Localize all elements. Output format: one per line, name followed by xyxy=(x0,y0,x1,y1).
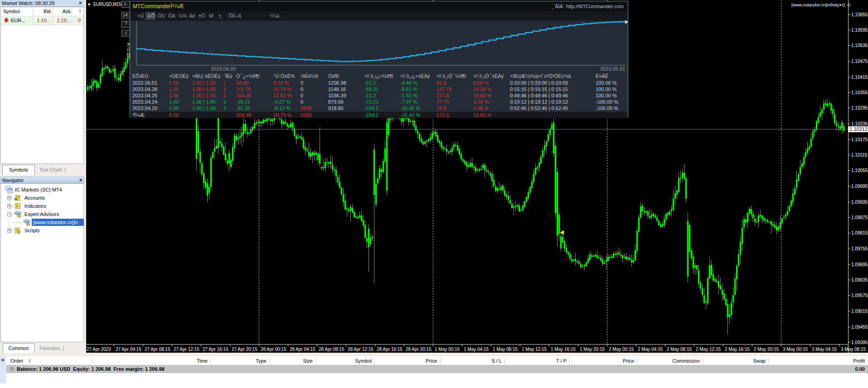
svg-text:1 May 16:15: 1 May 16:15 xyxy=(551,347,576,352)
svg-text:1.09575: 1.09575 xyxy=(851,293,868,298)
svg-text:28 Apr 12:15: 28 Apr 12:15 xyxy=(348,347,373,352)
svg-text:1.09815: 1.09815 xyxy=(851,230,868,235)
svg-text:1.10295: 1.10295 xyxy=(851,105,868,110)
svg-text:1.10595: 1.10595 xyxy=(851,28,868,33)
svg-text:27 Apr 04:15: 27 Apr 04:15 xyxy=(116,347,141,352)
svg-text:1.10655: 1.10655 xyxy=(851,12,868,17)
svg-text:1.10475: 1.10475 xyxy=(851,59,868,64)
svg-text:1 May 08:15: 1 May 08:15 xyxy=(493,347,518,352)
svg-text:27 Apr 16:15: 27 Apr 16:15 xyxy=(203,347,228,352)
svg-text:28 Apr 16:15: 28 Apr 16:15 xyxy=(377,347,402,352)
svg-text:2 May 12:15: 2 May 12:15 xyxy=(696,347,721,352)
svg-text:3 May 08:15: 3 May 08:15 xyxy=(841,347,866,352)
svg-text:2 May 08:15: 2 May 08:15 xyxy=(667,347,692,352)
svg-text:27 Apr 08:15: 27 Apr 08:15 xyxy=(145,347,170,352)
svg-text:1.10055: 1.10055 xyxy=(851,168,868,173)
svg-text:27 Apr 12:15: 27 Apr 12:15 xyxy=(174,347,199,352)
svg-text:1.10115: 1.10115 xyxy=(851,153,868,158)
svg-text:2 May 04:15: 2 May 04:15 xyxy=(638,347,663,352)
svg-text:1 May 00:15: 1 May 00:15 xyxy=(435,347,460,352)
svg-text:2 May 20:15: 2 May 20:15 xyxy=(754,347,779,352)
svg-text:28 Apr 20:15: 28 Apr 20:15 xyxy=(406,347,432,352)
svg-text:1 May 12:15: 1 May 12:15 xyxy=(522,347,547,352)
svg-text:1 May 20:15: 1 May 20:15 xyxy=(580,347,605,352)
svg-text:28 Apr 04:15: 28 Apr 04:15 xyxy=(290,347,315,352)
svg-text:27 Apr 20:15: 27 Apr 20:15 xyxy=(232,347,257,352)
svg-text:28 Apr 08:15: 28 Apr 08:15 xyxy=(319,347,344,352)
svg-text:28 Apr 00:15: 28 Apr 00:15 xyxy=(261,347,286,352)
svg-text:1.09875: 1.09875 xyxy=(851,215,868,220)
svg-text:1 May 04:15: 1 May 04:15 xyxy=(464,347,489,352)
svg-text:1.09755: 1.09755 xyxy=(851,246,868,251)
svg-text:1.09395: 1.09395 xyxy=(851,340,868,345)
svg-text:1.10535: 1.10535 xyxy=(851,43,868,48)
svg-text:2 May 16:15: 2 May 16:15 xyxy=(725,347,750,352)
svg-text:3 May 00:15: 3 May 00:15 xyxy=(783,347,808,352)
svg-text:1.10415: 1.10415 xyxy=(851,75,868,80)
svg-text:2 May 00:15: 2 May 00:15 xyxy=(609,347,634,352)
svg-text:1.09695: 1.09695 xyxy=(851,262,868,267)
svg-text:1.09935: 1.09935 xyxy=(851,200,868,205)
svg-text:1.10235: 1.10235 xyxy=(851,121,868,126)
svg-text:1.10175: 1.10175 xyxy=(851,137,868,142)
svg-text:1.09455: 1.09455 xyxy=(851,325,868,330)
svg-text:1.10355: 1.10355 xyxy=(851,90,868,95)
svg-text:27 Apr 2023: 27 Apr 2023 xyxy=(87,347,111,352)
svg-text:1.09635: 1.09635 xyxy=(851,278,868,283)
svg-text:1.09995: 1.09995 xyxy=(851,184,868,189)
svg-text:1.09515: 1.09515 xyxy=(851,309,868,314)
svg-text:3 May 04:15: 3 May 04:15 xyxy=(812,347,837,352)
